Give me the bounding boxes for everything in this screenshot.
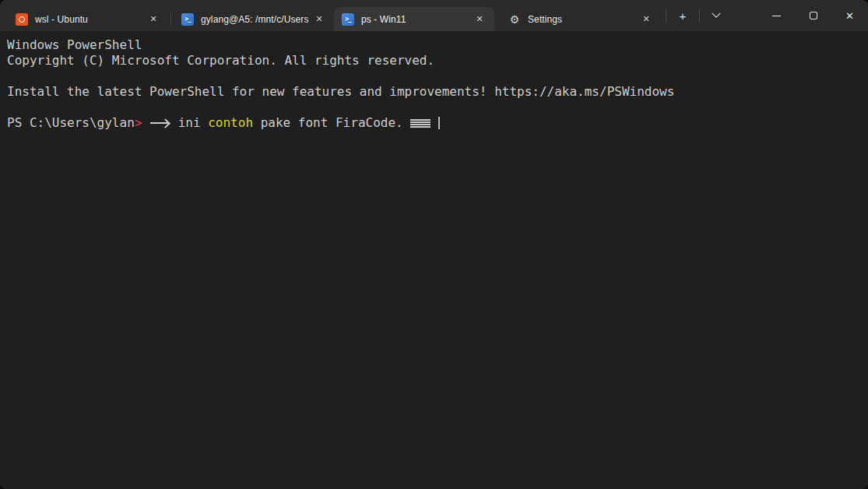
terminal-text	[430, 115, 438, 130]
tab-dropdown-button[interactable]	[705, 5, 728, 26]
terminal-text: Copyright (C) Microsoft Corporation. All…	[7, 53, 434, 68]
terminal-text: Windows PowerShell	[7, 37, 142, 52]
terminal-line	[7, 69, 861, 84]
terminal-screen[interactable]: Windows PowerShellCopyright (C) Microsof…	[0, 31, 868, 489]
tab-close-icon[interactable]: ✕	[311, 11, 328, 28]
separator	[666, 9, 666, 22]
window-controls: ✕	[758, 0, 868, 31]
terminal-line: Copyright (C) Microsoft Corporation. All…	[7, 53, 861, 69]
tab-title: ps - Win11	[361, 14, 471, 25]
tab-title: gylang@A5: /mnt/c/Users	[201, 14, 311, 25]
tab-wsl-ubuntu[interactable]: wsl - Ubuntu ✕	[8, 7, 168, 31]
terminal-line: Install the latest PowerShell for new fe…	[7, 84, 861, 100]
close-icon: ✕	[845, 11, 854, 21]
terminal-text: contoh	[208, 115, 253, 130]
tab-close-icon[interactable]: ✕	[145, 11, 162, 28]
tab-ps-win11-active[interactable]: >_ ps - Win11 ✕	[334, 7, 494, 31]
terminal-line: PS C:\Users\gylan> ini contoh pake font …	[7, 115, 861, 131]
tab-settings[interactable]: ⚙ Settings ✕	[501, 7, 661, 31]
terminal-line: Windows PowerShell	[7, 37, 861, 53]
tab-strip-actions: +	[661, 0, 728, 31]
terminal-window: wsl - Ubuntu ✕ >_ gylang@A5: /mnt/c/User…	[0, 0, 868, 489]
terminal-text: >	[135, 115, 142, 130]
separator	[699, 9, 700, 22]
tab-title: wsl - Ubuntu	[35, 14, 145, 25]
powershell-icon: >_	[342, 13, 354, 26]
minimize-icon	[772, 16, 781, 16]
chevron-down-icon	[712, 9, 720, 18]
tab-strip: wsl - Ubuntu ✕ >_ gylang@A5: /mnt/c/User…	[0, 0, 661, 31]
maximize-button[interactable]	[795, 0, 831, 31]
terminal-text	[142, 115, 149, 130]
terminal-line	[7, 100, 861, 115]
terminal-text: pake font FiraCode.	[253, 115, 410, 130]
terminal-text: PS C:\Users\gylan	[7, 115, 135, 130]
maximize-icon	[810, 12, 817, 19]
tab-title: Settings	[528, 14, 638, 25]
long-arrow-ligature	[149, 118, 170, 128]
title-bar[interactable]: wsl - Ubuntu ✕ >_ gylang@A5: /mnt/c/User…	[0, 0, 868, 31]
powershell-icon: >_	[181, 13, 194, 26]
minimize-button[interactable]	[758, 0, 795, 31]
terminal-cursor	[438, 117, 440, 129]
tab-gylang-wsl[interactable]: >_ gylang@A5: /mnt/c/Users ✕	[174, 7, 334, 31]
ubuntu-icon	[16, 13, 28, 26]
triple-equals-ligature	[410, 119, 430, 128]
tab-close-icon[interactable]: ✕	[471, 11, 488, 28]
tab-separator	[170, 13, 171, 26]
terminal-text: Install the latest PowerShell for new fe…	[7, 84, 674, 99]
close-window-button[interactable]: ✕	[831, 0, 868, 31]
tab-close-icon[interactable]: ✕	[638, 11, 655, 28]
new-tab-button[interactable]: +	[671, 5, 694, 26]
terminal-text: ini	[170, 115, 208, 130]
gear-icon: ⚙	[508, 13, 521, 26]
